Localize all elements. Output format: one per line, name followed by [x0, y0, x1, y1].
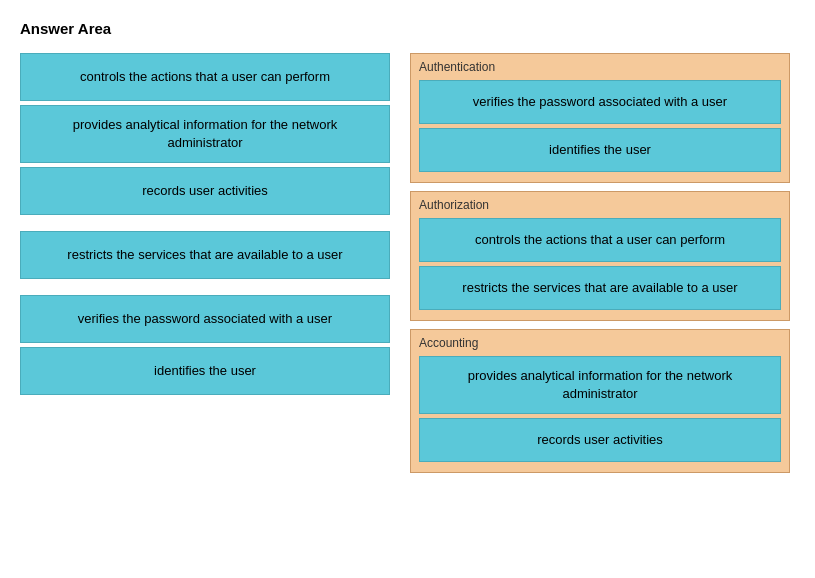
category-label-accounting: Accounting	[419, 336, 781, 350]
category-label-authentication: Authentication	[419, 60, 781, 74]
left-column: controls the actions that a user can per…	[20, 53, 390, 399]
left-item-left-4[interactable]: restricts the services that are availabl…	[20, 231, 390, 279]
left-item-left-3[interactable]: records user activities	[20, 167, 390, 215]
category-item-authorization-1[interactable]: restricts the services that are availabl…	[419, 266, 781, 310]
category-item-accounting-1[interactable]: records user activities	[419, 418, 781, 462]
category-item-authentication-0[interactable]: verifies the password associated with a …	[419, 80, 781, 124]
page-title: Answer Area	[20, 20, 795, 37]
category-item-authentication-1[interactable]: identifies the user	[419, 128, 781, 172]
category-authorization: Authorizationcontrols the actions that a…	[410, 191, 790, 321]
left-item-left-1[interactable]: controls the actions that a user can per…	[20, 53, 390, 101]
left-item-left-2[interactable]: provides analytical information for the …	[20, 105, 390, 163]
category-item-authorization-0[interactable]: controls the actions that a user can per…	[419, 218, 781, 262]
category-authentication: Authenticationverifies the password asso…	[410, 53, 790, 183]
left-item-left-5[interactable]: verifies the password associated with a …	[20, 295, 390, 343]
left-item-left-6[interactable]: identifies the user	[20, 347, 390, 395]
category-label-authorization: Authorization	[419, 198, 781, 212]
category-item-accounting-0[interactable]: provides analytical information for the …	[419, 356, 781, 414]
category-accounting: Accountingprovides analytical informatio…	[410, 329, 790, 473]
right-column: Authenticationverifies the password asso…	[410, 53, 790, 473]
